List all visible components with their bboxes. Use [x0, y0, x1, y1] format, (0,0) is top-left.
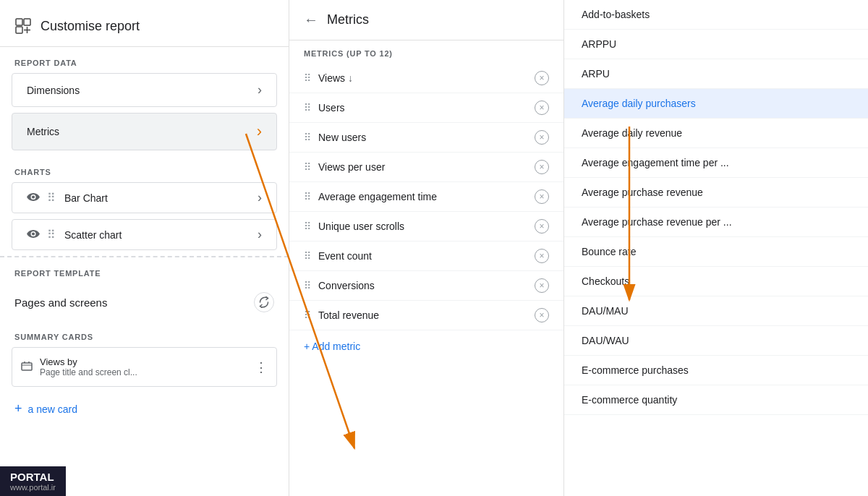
right-item-avg-purchase-revenue[interactable]: Average purchase revenue [564, 178, 868, 208]
report-template-section: Pages and screens [0, 283, 289, 321]
add-card-plus-icon: + [14, 401, 22, 416]
back-arrow-icon[interactable]: ← [304, 12, 318, 28]
bar-chart-grid-icon: ⠿ [47, 191, 56, 205]
summary-cards-section: Views by Page title and screen cl... ⋮ +… [0, 347, 289, 425]
metric-views-per-user-label: Views per user [318, 161, 385, 173]
svg-rect-1 [24, 19, 30, 25]
close-avg-engagement-icon[interactable]: × [535, 189, 549, 204]
drag-icon-views-per-user: ⠿ [304, 161, 311, 173]
metric-row-event-count[interactable]: ⠿ Event count × [289, 241, 563, 271]
metric-event-count-label: Event count [318, 250, 372, 262]
drag-icon-conversions: ⠿ [304, 280, 311, 291]
sync-icon[interactable] [254, 292, 274, 312]
pages-and-screens-label: Pages and screens [14, 296, 107, 309]
scatter-chart-eye-icon [27, 228, 40, 241]
add-metric-label: + Add metric [304, 341, 360, 352]
right-item-bounce-rate[interactable]: Bounce rate [564, 237, 868, 267]
close-views-icon[interactable]: × [535, 71, 549, 85]
summary-card-item[interactable]: Views by Page title and screen cl... ⋮ [12, 347, 277, 387]
right-item-ecommerce-purchases[interactable]: E-commerce purchases [564, 356, 868, 385]
drag-icon-avg-engagement: ⠿ [304, 191, 311, 202]
metric-avg-engagement-label: Average engagement time [318, 191, 437, 202]
metrics-panel-title: Metrics [327, 12, 369, 27]
metrics-count-label: METRICS (UP TO 12) [289, 40, 563, 64]
sort-down-icon: ↓ [348, 72, 353, 84]
drag-icon-views: ⠿ [304, 72, 311, 84]
metric-row-total-revenue[interactable]: ⠿ Total revenue × [289, 301, 563, 330]
summary-card-icon [21, 360, 33, 374]
bar-chart-chevron-icon: › [258, 190, 262, 205]
drag-icon-users: ⠿ [304, 102, 311, 114]
metric-row-users[interactable]: ⠿ Users × [289, 93, 563, 123]
portal-url: www.portal.ir [10, 483, 56, 492]
svg-rect-0 [16, 19, 22, 25]
metric-views-label: Views [318, 72, 345, 84]
right-item-avg-engagement-time-per[interactable]: Average engagement time per ... [564, 148, 868, 178]
metric-new-users-label: New users [318, 132, 366, 143]
metric-row-avg-engagement[interactable]: ⠿ Average engagement time × [289, 182, 563, 212]
dimensions-chevron-icon: › [258, 82, 262, 98]
metric-row-conversions[interactable]: ⠿ Conversions × [289, 271, 563, 301]
metric-total-revenue-label: Total revenue [318, 309, 379, 321]
report-template-item: Pages and screens [12, 283, 277, 321]
scatter-chart-grid-icon: ⠿ [47, 228, 56, 241]
summary-card-three-dot-icon[interactable]: ⋮ [255, 359, 268, 375]
summary-cards-label: SUMMARY CARDS [0, 321, 289, 347]
report-data-label: REPORT DATA [0, 47, 289, 73]
scatter-chart-label: Scatter chart [64, 229, 122, 241]
metric-unique-scrolls-label: Unique user scrolls [318, 221, 404, 232]
customise-report-icon [14, 17, 32, 35]
summary-card-title: Views by [40, 356, 137, 367]
drag-icon-new-users: ⠿ [304, 132, 311, 143]
right-item-arpu[interactable]: ARPU [564, 59, 868, 89]
close-conversions-icon[interactable]: × [535, 278, 549, 293]
svg-rect-5 [22, 363, 32, 370]
right-item-avg-daily-purchasers[interactable]: Average daily purchasers [564, 89, 868, 119]
right-item-avg-purchase-revenue-per[interactable]: Average purchase revenue per ... [564, 208, 868, 237]
right-item-dau-mau[interactable]: DAU/MAU [564, 296, 868, 326]
charts-label: CHARTS [0, 156, 289, 182]
bar-chart-item[interactable]: ⠿ Bar Chart › [12, 182, 277, 213]
metrics-chevron-icon: › [257, 122, 262, 141]
close-new-users-icon[interactable]: × [535, 130, 549, 145]
metric-row-new-users[interactable]: ⠿ New users × [289, 123, 563, 153]
drag-icon-unique-scrolls: ⠿ [304, 221, 311, 232]
dimensions-menu-item[interactable]: Dimensions › [12, 73, 277, 107]
right-item-ecommerce-quantity[interactable]: E-commerce quantity [564, 385, 868, 415]
right-panel: Add-to-baskets ARPPU ARPU Average daily … [564, 0, 868, 496]
right-item-add-to-baskets[interactable]: Add-to-baskets [564, 0, 868, 30]
add-card-label: a new card [28, 403, 77, 415]
metrics-menu-item[interactable]: Metrics › [12, 113, 277, 150]
panel-title: Customise report [41, 19, 140, 34]
panel-header: Customise report [0, 12, 289, 47]
metric-row-views-per-user[interactable]: ⠿ Views per user × [289, 153, 563, 182]
dimensions-label: Dimensions [27, 85, 80, 96]
close-views-per-user-icon[interactable]: × [535, 160, 549, 174]
metric-row-unique-scrolls[interactable]: ⠿ Unique user scrolls × [289, 212, 563, 241]
add-metric-row[interactable]: + Add metric [289, 330, 563, 362]
portal-badge: PORTAL www.portal.ir [0, 466, 66, 496]
right-item-avg-daily-revenue[interactable]: Average daily revenue [564, 119, 868, 148]
metrics-label: Metrics [27, 126, 59, 137]
close-total-revenue-icon[interactable]: × [535, 308, 549, 322]
portal-name: PORTAL [10, 471, 56, 483]
scatter-chart-chevron-icon: › [258, 227, 262, 242]
scatter-chart-item[interactable]: ⠿ Scatter chart › [12, 219, 277, 250]
drag-icon-total-revenue: ⠿ [304, 309, 311, 321]
bar-chart-label: Bar Chart [64, 192, 108, 204]
metrics-header: ← Metrics [289, 0, 563, 40]
svg-rect-2 [16, 27, 22, 33]
close-event-count-icon[interactable]: × [535, 249, 549, 263]
right-item-arppu[interactable]: ARPPU [564, 30, 868, 59]
metric-row-views[interactable]: ⠿ Views ↓ × [289, 64, 563, 93]
close-users-icon[interactable]: × [535, 101, 549, 115]
metric-conversions-label: Conversions [318, 280, 375, 291]
drag-icon-event-count: ⠿ [304, 250, 311, 262]
metric-users-label: Users [318, 102, 345, 114]
add-card-item[interactable]: + a new card [12, 393, 277, 425]
right-item-dau-wau[interactable]: DAU/WAU [564, 326, 868, 356]
bar-chart-eye-icon [27, 192, 40, 205]
close-unique-scrolls-icon[interactable]: × [535, 219, 549, 234]
left-panel: Customise report REPORT DATA Dimensions … [0, 0, 289, 496]
right-item-checkouts[interactable]: Checkouts [564, 267, 868, 296]
